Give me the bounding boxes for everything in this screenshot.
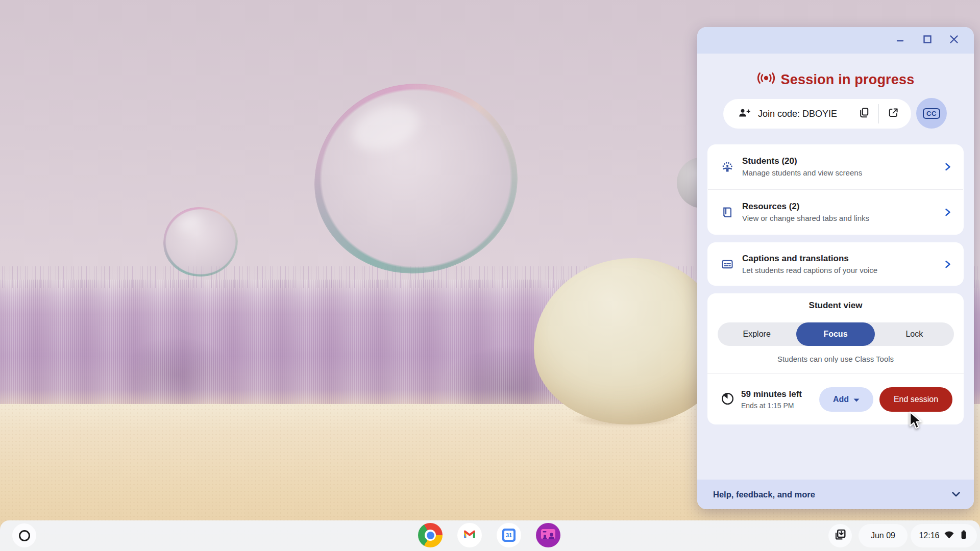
nav-title-resources: Resources (2) — [742, 201, 869, 212]
shelf: 31 Jun 09 — [0, 520, 980, 551]
broadcast-icon — [757, 71, 775, 88]
chevron-right-icon — [944, 163, 951, 171]
minimize-button[interactable] — [895, 35, 906, 46]
add-time-button[interactable]: Add — [819, 387, 873, 412]
gmail-app-button[interactable] — [457, 523, 482, 547]
students-resources-card: Students (20) Manage students and view s… — [707, 144, 964, 235]
open-in-new-icon — [887, 107, 899, 121]
calendar-day-number: 31 — [504, 531, 513, 540]
nav-texts: Captions and translations Let students r… — [742, 253, 877, 276]
status-tray-button[interactable]: 12:16 — [911, 524, 977, 547]
students-icon — [721, 160, 734, 173]
maximize-button[interactable] — [922, 35, 933, 46]
cc-icon: CC — [923, 108, 940, 119]
captions-toggle-button[interactable]: CC — [916, 98, 947, 129]
chevron-down-icon — [951, 491, 961, 497]
window-titlebar — [697, 27, 974, 54]
desks-icon — [834, 528, 847, 543]
copy-join-code-button[interactable] — [856, 106, 872, 121]
student-view-segmented-control: Explore Focus Lock — [718, 322, 954, 346]
wifi-icon — [944, 530, 954, 541]
nav-row-captions[interactable]: Captions and translations Let students r… — [707, 242, 964, 286]
student-view-card: Student view Explore Focus Lock Students… — [707, 293, 964, 424]
battery-icon — [959, 530, 969, 542]
wallpaper-bubble-large — [314, 84, 518, 273]
session-status-header: Session in progress — [697, 70, 974, 89]
nav-title-captions: Captions and translations — [742, 253, 877, 264]
date-text: Jun 09 — [871, 531, 895, 540]
nav-row-students[interactable]: Students (20) Manage students and view s… — [707, 144, 964, 189]
class-tools-session-panel: Session in progress Join code: DBOYIE — [697, 27, 974, 509]
gmail-icon — [463, 529, 476, 541]
join-code-pill: Join code: DBOYIE — [723, 99, 911, 129]
calendar-icon: 31 — [502, 529, 516, 542]
captions-card: Captions and translations Let students r… — [707, 242, 964, 286]
mode-focus-button[interactable]: Focus — [796, 322, 875, 346]
session-end-time-text: Ends at 1:15 PM — [741, 402, 802, 410]
desks-button[interactable] — [828, 524, 852, 547]
nav-texts: Students (20) Manage students and view s… — [742, 156, 862, 178]
chrome-app-button[interactable] — [418, 523, 443, 547]
end-session-button[interactable]: End session — [879, 387, 952, 412]
launcher-button[interactable] — [12, 523, 36, 547]
open-join-link-button[interactable] — [886, 106, 901, 121]
help-feedback-row[interactable]: Help, feedback, and more — [697, 480, 974, 509]
class-tools-icon — [536, 522, 560, 548]
nav-subtitle-students: Manage students and view screens — [742, 168, 862, 178]
time-text: 12:16 — [919, 531, 939, 540]
mode-explore-button[interactable]: Explore — [718, 322, 796, 346]
time-remaining-text: 59 minutes left — [741, 389, 802, 399]
date-tray-button[interactable]: Jun 09 — [859, 524, 908, 547]
launcher-icon — [19, 530, 30, 541]
book-icon — [721, 206, 734, 219]
join-pill-divider — [878, 104, 879, 123]
nav-row-resources[interactable]: Resources (2) View or change shared tabs… — [707, 190, 964, 235]
class-tools-app-button[interactable] — [536, 523, 560, 547]
chevron-right-icon — [944, 208, 951, 216]
timer-icon — [721, 392, 734, 408]
nav-title-students: Students (20) — [742, 156, 862, 167]
minimize-icon — [896, 34, 906, 46]
calendar-app-button[interactable]: 31 — [497, 523, 521, 547]
maximize-icon — [922, 34, 933, 46]
shelf-app-icons: 31 — [418, 523, 560, 547]
copy-icon — [858, 107, 870, 121]
timer-texts: 59 minutes left Ends at 1:15 PM — [741, 389, 802, 409]
mode-lock-button[interactable]: Lock — [875, 322, 953, 346]
close-button[interactable] — [948, 35, 960, 46]
join-code-area: Join code: DBOYIE — [697, 98, 974, 130]
add-time-label: Add — [833, 395, 849, 404]
session-timer-row: 59 minutes left Ends at 1:15 PM Add End … — [707, 387, 964, 412]
panel-cards: Students (20) Manage students and view s… — [707, 144, 964, 424]
nav-subtitle-resources: View or change shared tabs and links — [742, 214, 869, 223]
close-icon — [949, 34, 959, 46]
card-divider — [707, 373, 964, 374]
help-feedback-label: Help, feedback, and more — [713, 490, 815, 499]
person-add-icon — [738, 107, 751, 121]
caret-down-icon — [853, 395, 860, 404]
nav-subtitle-captions: Let students read captions of your voice — [742, 266, 877, 276]
session-status-title: Session in progress — [781, 72, 915, 88]
nav-texts: Resources (2) View or change shared tabs… — [742, 201, 869, 223]
wallpaper-bubble-small — [163, 207, 238, 277]
join-code-text: Join code: DBOYIE — [758, 109, 837, 119]
chevron-right-icon — [944, 260, 951, 268]
student-view-heading: Student view — [707, 300, 964, 312]
student-view-status-text: Students can only use Class Tools — [707, 355, 964, 365]
captions-icon — [721, 258, 734, 271]
